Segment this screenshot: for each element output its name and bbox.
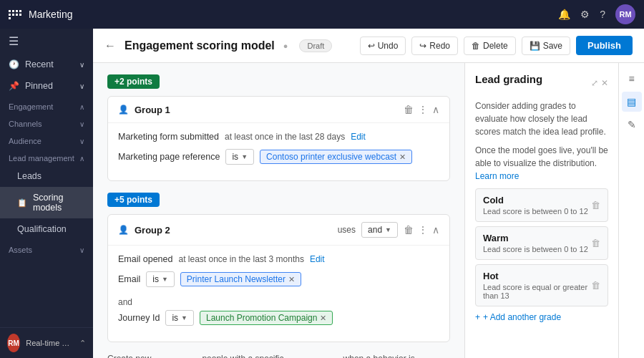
group-1-operator-value: is xyxy=(232,152,238,162)
group-1-operator-dropdown[interactable]: is ▼ xyxy=(225,149,254,165)
group-2-header: 👤 Group 2 uses and ▼ 🗑 ⋮ ∧ xyxy=(108,215,449,246)
group-1-actions: 🗑 ⋮ ∧ xyxy=(404,104,439,115)
learn-more-link[interactable]: Learn more xyxy=(475,171,519,181)
sidebar-group-engagement[interactable]: Engagement ∧ xyxy=(0,97,93,114)
grade-cold-delete[interactable]: 🗑 xyxy=(591,200,600,211)
group-1-more-icon[interactable]: ⋮ xyxy=(418,104,428,115)
app-title: Marketing xyxy=(29,9,551,20)
side-icon-edit[interactable]: ✎ xyxy=(622,115,642,135)
back-button[interactable]: ← xyxy=(104,39,116,52)
group-2-card: 👤 Group 2 uses and ▼ 🗑 ⋮ ∧ xyxy=(107,214,450,342)
undo-icon: ↩ xyxy=(368,41,375,51)
group-2-body: Email opened at least once in the last 3… xyxy=(108,246,449,342)
recent-icon: 🕐 xyxy=(9,59,19,69)
group-1-edit-link[interactable]: Edit xyxy=(351,132,366,142)
group-2-field2-label: Journey Id xyxy=(118,313,160,323)
people-attribute-label: people with a specific attribute xyxy=(202,354,316,358)
sidebar-item-pinned[interactable]: 📌 Pinned ∨ xyxy=(0,75,93,97)
group-2-field2-arrow: ▼ xyxy=(181,314,187,321)
group-2-points: +5 points xyxy=(107,193,160,207)
sidebar-group-assets[interactable]: Assets ∨ xyxy=(0,240,93,257)
group-2-condition-label: Email opened xyxy=(118,254,172,264)
group-1-operator-arrow: ▼ xyxy=(241,153,248,160)
help-icon[interactable]: ? xyxy=(600,9,605,20)
lead-grading-desc2-text: Once the model goes live, you'll be able… xyxy=(475,145,608,168)
create-group-row: Create new group ▤ people with a specifi… xyxy=(107,354,450,358)
pinned-arrow: ∨ xyxy=(79,82,84,90)
group-2-field1-tag-value: Printer Launch Newsletter xyxy=(187,274,286,284)
sidebar-group-audience[interactable]: Audience ∨ xyxy=(0,131,93,148)
undo-label: Undo xyxy=(378,41,399,51)
group-2-field1-tag-remove[interactable]: ✕ xyxy=(288,275,295,284)
delete-button[interactable]: 🗑 Delete xyxy=(464,37,516,55)
grade-warm-name: Warm xyxy=(483,233,588,243)
group-2-condition-text: at least once in the last 3 months xyxy=(178,254,303,264)
group-2-operator-value: and xyxy=(368,225,382,235)
grade-hot-delete[interactable]: 🗑 xyxy=(591,280,600,291)
sidebar-group-channels[interactable]: Channels ∨ xyxy=(0,114,93,131)
sidebar-bottom[interactable]: RM Real-time marketi... ⌃ xyxy=(0,327,93,358)
bell-icon[interactable]: 🔔 xyxy=(558,9,570,20)
group-2-collapse-icon[interactable]: ∧ xyxy=(432,224,439,236)
redo-button[interactable]: ↪ Redo xyxy=(411,37,458,55)
lead-grading-desc2: Once the model goes live, you'll be able… xyxy=(475,144,608,183)
grid-icon[interactable] xyxy=(9,10,21,19)
group-2-field1-label: Email xyxy=(118,274,140,284)
page-title: Engagement scoring model xyxy=(125,39,275,52)
sidebar-item-scoring-models[interactable]: 📋 Scoring models xyxy=(0,187,93,218)
sidebar-bottom-chevron: ⌃ xyxy=(79,339,86,348)
grade-cold-range: Lead score is between 0 to 12 xyxy=(483,207,588,216)
panel-close-icon[interactable]: ✕ xyxy=(601,78,608,88)
gear-icon[interactable]: ⚙ xyxy=(580,9,590,20)
group-2-more-icon[interactable]: ⋮ xyxy=(418,224,428,236)
side-icon-list[interactable]: ≡ xyxy=(622,69,642,89)
group-2-field2-operator-dropdown[interactable]: is ▼ xyxy=(165,310,194,326)
group-2-delete-icon[interactable]: 🗑 xyxy=(404,224,414,236)
group-2-field2-tag: Launch Promotion Campaign ✕ xyxy=(200,311,333,325)
sidebar-group-lead-management[interactable]: Lead management ∧ xyxy=(0,148,93,165)
group-2-icon: 👤 xyxy=(118,225,129,235)
publish-button[interactable]: Publish xyxy=(576,36,633,55)
delete-icon: 🗑 xyxy=(472,41,480,51)
grade-hot-range: Lead score is equal or greater than 13 xyxy=(483,283,591,300)
group-2-edit-link[interactable]: Edit xyxy=(310,254,325,264)
create-option-behavior[interactable]: 👤 when a behavior is triggered xyxy=(328,354,450,358)
sidebar-group-label-assets: Assets xyxy=(9,246,32,254)
group-2-title: Group 2 xyxy=(135,225,332,236)
group-2-field1-operator-dropdown[interactable]: is ▼ xyxy=(146,271,175,287)
side-icon-panel[interactable]: ▤ xyxy=(622,92,642,112)
lead-grading-panel: Lead grading ⤢ ✕ Consider adding grades … xyxy=(464,63,618,358)
grade-cold: Cold Lead score is between 0 to 12 🗑 xyxy=(475,188,608,222)
group-1-collapse-icon[interactable]: ∧ xyxy=(432,104,439,115)
panel-expand-icon[interactable]: ⤢ xyxy=(591,78,598,88)
avatar[interactable]: RM xyxy=(615,4,635,24)
draft-dot: ● xyxy=(283,42,288,50)
group-1-tag-remove[interactable]: ✕ xyxy=(399,153,406,162)
group-2-field1-tag: Printer Launch Newsletter ✕ xyxy=(180,272,301,286)
sidebar-hamburger[interactable]: ☰ xyxy=(0,29,93,54)
sidebar-bottom-text: Real-time marketi... xyxy=(26,339,74,347)
recent-arrow: ∨ xyxy=(79,61,84,69)
group-1-condition-text: at least once in the last 28 days xyxy=(225,132,345,142)
undo-button[interactable]: ↩ Undo xyxy=(360,37,406,55)
group-1-points: +2 points xyxy=(107,74,160,89)
audience-arrow: ∨ xyxy=(79,137,84,145)
create-option-people[interactable]: ▤ people with a specific attribute xyxy=(187,354,316,358)
group-1-header: 👤 Group 1 🗑 ⋮ ∧ xyxy=(108,97,449,123)
grade-hot-name: Hot xyxy=(483,271,591,281)
sidebar-item-leads[interactable]: Leads xyxy=(0,165,93,187)
side-icon-bar: ≡ ▤ ✎ xyxy=(618,63,644,358)
save-button[interactable]: 💾 Save xyxy=(522,37,570,55)
group-2-operator-dropdown[interactable]: and ▼ xyxy=(361,222,398,238)
sidebar-label-pinned: Pinned xyxy=(25,81,53,91)
group-1-field-label: Marketing page reference xyxy=(118,152,220,162)
sidebar-item-qualification[interactable]: Qualification xyxy=(0,218,93,240)
add-grade-button[interactable]: + + Add another grade xyxy=(475,312,608,322)
sidebar-item-recent[interactable]: 🕐 Recent ∨ xyxy=(0,54,93,75)
group-2-field2-tag-remove[interactable]: ✕ xyxy=(320,314,326,323)
group-1-delete-icon[interactable]: 🗑 xyxy=(404,104,414,115)
grade-warm-delete[interactable]: 🗑 xyxy=(591,238,600,248)
group-2-uses-label: uses xyxy=(338,225,356,235)
lead-grading-title: Lead grading xyxy=(475,73,542,85)
grade-warm: Warm Lead score is between 0 to 12 🗑 xyxy=(475,226,608,260)
